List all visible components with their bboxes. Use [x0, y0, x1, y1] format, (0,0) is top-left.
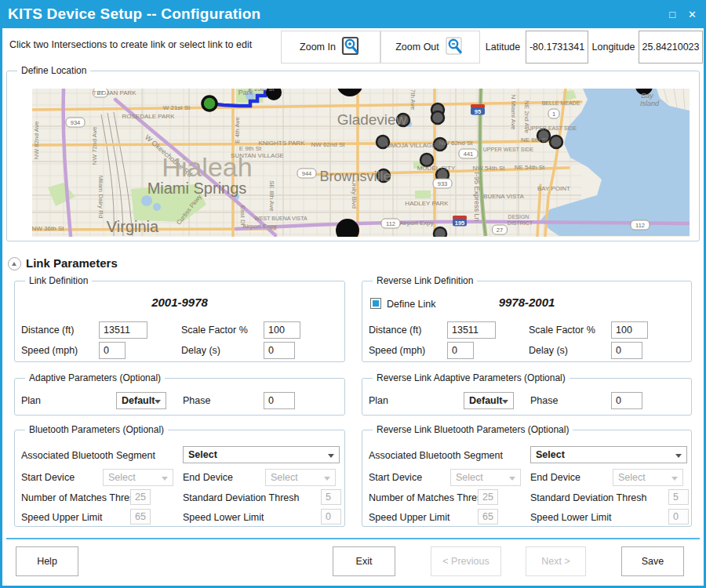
start-device-dropdown[interactable]: Select	[103, 469, 173, 486]
latitude-label: Latitude	[480, 31, 526, 64]
longitude-value-field[interactable]: 25.84210023	[639, 31, 703, 64]
svg-text:N Miami Ave: N Miami Ave	[510, 95, 517, 130]
adaptive-parameters-legend: Adaptive Parameters (Optional)	[25, 372, 165, 383]
map-svg[interactable]: 2793494493344111211227195195 TROJAN PARK…	[32, 89, 690, 237]
zoom-in-label: Zoom In	[300, 42, 336, 53]
matches-thresh-input[interactable]: 25	[130, 489, 151, 505]
previous-button[interactable]: < Previous	[431, 546, 501, 576]
instruction-text: Click two Intersections to create link o…	[9, 39, 252, 50]
end-device-label: End Device	[183, 472, 233, 483]
distance-label: Distance (ft)	[369, 325, 421, 336]
start-device-value: Select	[456, 472, 483, 483]
svg-text:I-95 Express Ln: I-95 Express Ln	[473, 172, 481, 221]
map-canvas[interactable]: 2793494493344111211227195195 TROJAN PARK…	[32, 89, 690, 237]
speed-lower-label: Speed Lower Limit	[530, 512, 612, 523]
svg-text:E 9th St: E 9th St	[239, 145, 262, 152]
end-device-label: End Device	[530, 472, 580, 483]
svg-text:NW 62nd St: NW 62nd St	[311, 141, 345, 148]
bt-segment-value: Select	[536, 449, 565, 460]
reverse-plan-dropdown[interactable]: Default	[464, 392, 514, 409]
help-button[interactable]: Help	[16, 546, 78, 576]
svg-text:DESIGN: DESIGN	[508, 214, 530, 220]
svg-text:944: 944	[302, 170, 312, 177]
svg-text:TROJAN PARK: TROJAN PARK	[93, 89, 136, 96]
reverse-distance-input[interactable]: 13511	[447, 321, 496, 339]
reverse-stddev-thresh-input[interactable]: 5	[668, 489, 689, 505]
footer-divider	[6, 538, 700, 539]
reverse-delay-input[interactable]: 0	[611, 342, 642, 359]
reverse-adaptive-parameters-legend: Reverse Link Adaptive Parameters (Option…	[373, 372, 570, 383]
end-device-value: Select	[618, 472, 646, 483]
svg-text:UPPER EAST SIDE: UPPER EAST SIDE	[528, 125, 577, 131]
maximize-icon[interactable]: □	[669, 9, 675, 20]
title-bar[interactable]: KITS Device Setup -- Configuration □ ✕	[0, 0, 706, 28]
plan-label: Plan	[21, 395, 41, 406]
link-definition-legend: Link Definition	[25, 275, 92, 286]
speed-lower-label: Speed Lower Limit	[183, 512, 264, 523]
link-parameters-header: Link Parameters	[26, 256, 118, 270]
svg-text:KNIGHTS PARK: KNIGHTS PARK	[259, 140, 306, 147]
reverse-adaptive-parameters-group: Reverse Link Adaptive Parameters (Option…	[362, 378, 692, 416]
reverse-speed-input[interactable]: 0	[447, 342, 474, 359]
collapse-section-button[interactable]	[8, 257, 21, 270]
plan-dropdown[interactable]: Default	[116, 392, 166, 409]
zoom-in-icon	[341, 36, 362, 59]
svg-text:Unity Blvd: Unity Blvd	[351, 180, 358, 209]
reverse-phase-input[interactable]: 0	[611, 392, 642, 409]
reverse-speed-lower-input[interactable]: 0	[668, 509, 689, 524]
link-definition-group: Link Definition 2001-9978 Distance (ft) …	[14, 281, 345, 362]
distance-label: Distance (ft)	[21, 325, 74, 336]
svg-text:7th Ave: 7th Ave	[409, 89, 417, 111]
reverse-matches-thresh-input[interactable]: 25	[478, 489, 498, 505]
chevron-down-icon	[502, 400, 508, 404]
next-button[interactable]: Next >	[526, 546, 586, 576]
svg-text:112: 112	[635, 222, 645, 229]
speed-input[interactable]: 0	[99, 342, 126, 359]
delay-input[interactable]: 0	[264, 342, 295, 359]
reverse-scale-factor-input[interactable]: 100	[611, 321, 648, 339]
zoom-out-button[interactable]: Zoom Out	[380, 31, 480, 64]
chevron-down-icon	[162, 477, 168, 481]
close-icon[interactable]: ✕	[688, 9, 697, 20]
end-device-value: Select	[271, 472, 298, 483]
phase-label: Phase	[183, 395, 210, 406]
save-button[interactable]: Save	[621, 546, 684, 576]
distance-input[interactable]: 13511	[99, 321, 147, 339]
svg-text:SE 8th Ave: SE 8th Ave	[268, 180, 275, 212]
stddev-thresh-input[interactable]: 5	[321, 489, 341, 505]
reverse-speed-upper-input[interactable]: 65	[478, 509, 498, 524]
bt-segment-dropdown[interactable]: Select	[183, 446, 340, 463]
zoom-in-button[interactable]: Zoom In	[281, 31, 380, 64]
reverse-bluetooth-parameters-legend: Reverse Link Bluetooth Parameters (Optio…	[373, 424, 573, 435]
reverse-bt-segment-dropdown[interactable]: Select	[530, 446, 687, 463]
map-marker-start	[202, 96, 217, 111]
svg-text:Airport Expy: Airport Expy	[242, 223, 277, 230]
svg-text:Brownsville: Brownsville	[319, 169, 391, 184]
end-device-dropdown[interactable]: Select	[265, 469, 336, 486]
latitude-value-field[interactable]: -80.1731341	[526, 31, 588, 64]
svg-text:195: 195	[455, 220, 465, 227]
speed-upper-label: Speed Upper Limit	[21, 512, 103, 523]
speed-lower-input[interactable]: 0	[321, 509, 341, 524]
map-marker-gray	[434, 227, 446, 237]
svg-text:27: 27	[497, 227, 503, 234]
phase-label: Phase	[530, 395, 558, 406]
svg-text:East Dr: East Dr	[239, 205, 246, 227]
reverse-end-device-dropdown[interactable]: Select	[613, 469, 683, 486]
speed-upper-input[interactable]: 65	[130, 509, 151, 524]
svg-text:W 21st St: W 21st St	[163, 104, 191, 111]
reverse-link-definition-group: Reverse Link Definition Define Link 9978…	[362, 281, 692, 362]
svg-text:112: 112	[386, 220, 395, 227]
svg-text:NW 62nd St: NW 62nd St	[439, 140, 473, 147]
chevron-down-icon	[671, 477, 678, 481]
phase-input[interactable]: 0	[264, 392, 295, 409]
exit-button[interactable]: Exit	[333, 546, 395, 576]
delay-label: Delay (s)	[181, 345, 220, 356]
svg-text:BELLE MEADE: BELLE MEADE	[542, 100, 580, 106]
plan-value: Default	[122, 395, 155, 406]
svg-text:NW 72nd Ave: NW 72nd Ave	[91, 126, 98, 165]
scale-factor-input[interactable]: 100	[264, 321, 300, 339]
reverse-start-device-dropdown[interactable]: Select	[450, 469, 521, 486]
svg-text:UMOJA VILLAGE: UMOJA VILLAGE	[386, 142, 435, 149]
map-toolbar: Zoom In Zoom Out	[281, 31, 703, 64]
